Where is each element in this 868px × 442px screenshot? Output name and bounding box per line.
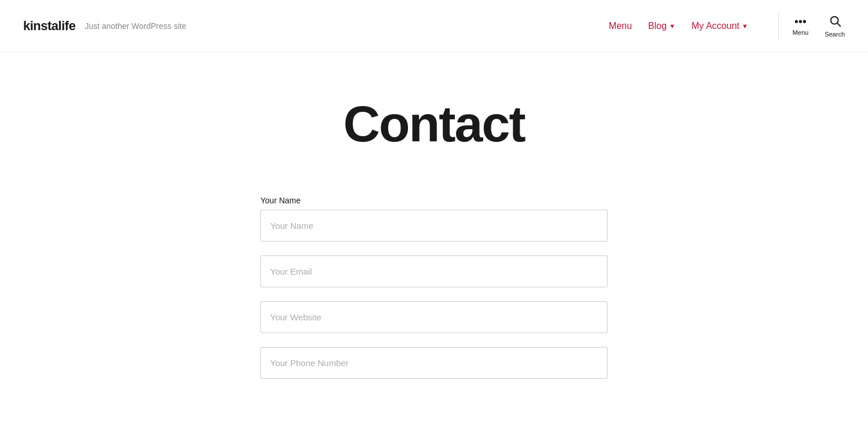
contact-form: Your Name <box>260 196 608 393</box>
site-header: kinstalife Just another WordPress site M… <box>0 0 868 52</box>
search-action-label: Search <box>825 31 845 38</box>
header-divider <box>778 12 779 41</box>
svg-line-1 <box>837 23 840 26</box>
site-title[interactable]: kinstalife <box>23 19 75 34</box>
form-group-name: Your Name <box>260 196 608 242</box>
primary-nav: Menu Blog ▼ My Account ▼ <box>609 21 748 31</box>
email-input[interactable] <box>260 255 608 287</box>
search-icon <box>829 14 841 29</box>
search-action[interactable]: Search <box>825 14 845 38</box>
chevron-down-icon: ▼ <box>669 23 675 30</box>
main-content: Contact Your Name <box>0 52 868 428</box>
nav-item-menu[interactable]: Menu <box>609 21 632 31</box>
dots-menu-icon: ••• <box>795 16 807 27</box>
site-tagline: Just another WordPress site <box>84 21 186 31</box>
nav-myaccount-label: My Account <box>692 21 740 31</box>
nav-item-myaccount[interactable]: My Account ▼ <box>692 21 748 31</box>
page-title: Contact <box>343 98 525 149</box>
nav-blog-label: Blog <box>648 21 667 31</box>
name-input[interactable] <box>260 210 608 242</box>
phone-input[interactable] <box>260 347 608 379</box>
name-label: Your Name <box>260 196 608 205</box>
menu-action-label: Menu <box>793 29 809 36</box>
header-right: Menu Blog ▼ My Account ▼ ••• Menu <box>609 12 845 41</box>
menu-action[interactable]: ••• Menu <box>793 16 809 36</box>
nav-menu-label: Menu <box>609 21 632 31</box>
form-group-phone <box>260 347 608 379</box>
website-input[interactable] <box>260 301 608 333</box>
chevron-down-icon: ▼ <box>742 23 748 30</box>
form-group-email <box>260 255 608 287</box>
header-actions: ••• Menu Search <box>793 14 845 38</box>
form-group-website <box>260 301 608 333</box>
nav-item-blog[interactable]: Blog ▼ <box>648 21 675 31</box>
header-left: kinstalife Just another WordPress site <box>23 19 186 34</box>
